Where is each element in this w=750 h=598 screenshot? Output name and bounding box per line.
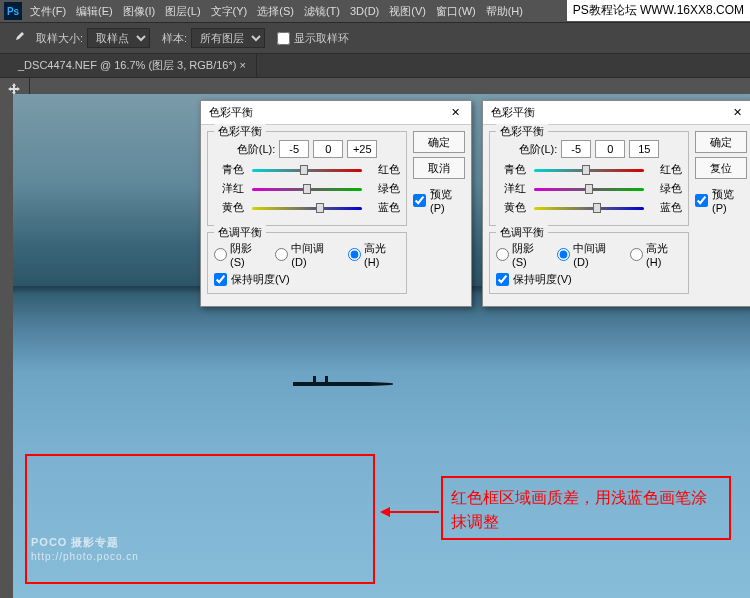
level-2-input[interactable] bbox=[595, 140, 625, 158]
menu-type[interactable]: 文字(Y) bbox=[211, 4, 248, 19]
magenta-green-slider[interactable] bbox=[534, 182, 644, 196]
midtones-radio[interactable]: 中间调(D) bbox=[557, 241, 620, 268]
annotation-text-box: 红色框区域画质差，用浅蓝色画笔涂抹调整 bbox=[441, 476, 731, 540]
watermark: PS教程论坛 WWW.16XX8.COM bbox=[567, 0, 750, 21]
cancel-button[interactable]: 取消 bbox=[413, 157, 465, 179]
magenta-label: 洋红 bbox=[214, 181, 244, 196]
levels-label: 色阶(L): bbox=[519, 142, 558, 157]
eyedropper-icon[interactable] bbox=[8, 28, 28, 48]
show-ring-checkbox[interactable] bbox=[277, 32, 290, 45]
document-tab-bar: _DSC4474.NEF @ 16.7% (图层 3, RGB/16*) × bbox=[0, 54, 750, 78]
group-title: 色调平衡 bbox=[496, 225, 548, 240]
dialog-title: 色彩平衡 bbox=[491, 105, 535, 120]
group-title: 色彩平衡 bbox=[496, 124, 548, 139]
ok-button[interactable]: 确定 bbox=[413, 131, 465, 153]
dialog-titlebar[interactable]: 色彩平衡 ✕ bbox=[483, 101, 750, 125]
green-label: 绿色 bbox=[370, 181, 400, 196]
yellow-label: 黄色 bbox=[496, 200, 526, 215]
color-balance-group: 色彩平衡 色阶(L): 青色红色 洋红绿色 黄色蓝色 bbox=[489, 131, 689, 226]
close-icon[interactable]: ✕ bbox=[729, 105, 745, 121]
yellow-blue-slider[interactable] bbox=[534, 201, 644, 215]
sample-size-select[interactable]: 取样点 bbox=[87, 28, 150, 48]
menu-edit[interactable]: 编辑(E) bbox=[76, 4, 113, 19]
color-balance-group: 色彩平衡 色阶(L): 青色红色 洋红绿色 黄色蓝色 bbox=[207, 131, 407, 226]
yellow-blue-slider[interactable] bbox=[252, 201, 362, 215]
preserve-luminosity-label: 保持明度(V) bbox=[231, 272, 290, 287]
blue-label: 蓝色 bbox=[652, 200, 682, 215]
color-balance-dialog-1: 色彩平衡 ✕ 色彩平衡 色阶(L): 青色红色 洋红绿色 黄色蓝色 色调平衡 阴… bbox=[200, 100, 472, 307]
preview-checkbox[interactable] bbox=[695, 194, 708, 207]
sample-select[interactable]: 所有图层 bbox=[191, 28, 265, 48]
color-balance-dialog-2: 色彩平衡 ✕ 色彩平衡 色阶(L): 青色红色 洋红绿色 黄色蓝色 色调平衡 阴… bbox=[482, 100, 750, 307]
cyan-red-slider[interactable] bbox=[252, 163, 362, 177]
tone-balance-group: 色调平衡 阴影(S) 中间调(D) 高光(H) 保持明度(V) bbox=[207, 232, 407, 294]
red-label: 红色 bbox=[652, 162, 682, 177]
group-title: 色彩平衡 bbox=[214, 124, 266, 139]
menu-window[interactable]: 窗口(W) bbox=[436, 4, 476, 19]
level-1-input[interactable] bbox=[279, 140, 309, 158]
menu-select[interactable]: 选择(S) bbox=[257, 4, 294, 19]
preserve-luminosity-label: 保持明度(V) bbox=[513, 272, 572, 287]
magenta-green-slider[interactable] bbox=[252, 182, 362, 196]
cyan-label: 青色 bbox=[496, 162, 526, 177]
document-tab[interactable]: _DSC4474.NEF @ 16.7% (图层 3, RGB/16*) × bbox=[8, 54, 257, 77]
options-bar: 取样大小: 取样点 样本: 所有图层 显示取样环 bbox=[0, 22, 750, 54]
preserve-luminosity-checkbox[interactable] bbox=[214, 273, 227, 286]
red-label: 红色 bbox=[370, 162, 400, 177]
menu-3d[interactable]: 3D(D) bbox=[350, 5, 379, 17]
group-title: 色调平衡 bbox=[214, 225, 266, 240]
green-label: 绿色 bbox=[652, 181, 682, 196]
annotation-box-area bbox=[25, 454, 375, 584]
boat bbox=[293, 376, 393, 386]
level-3-input[interactable] bbox=[347, 140, 377, 158]
menu-help[interactable]: 帮助(H) bbox=[486, 4, 523, 19]
preview-label: 预览(P) bbox=[712, 187, 747, 214]
sample-label: 样本: bbox=[162, 31, 187, 46]
ps-logo: Ps bbox=[4, 2, 22, 20]
menu-image[interactable]: 图像(I) bbox=[123, 4, 155, 19]
close-icon[interactable]: ✕ bbox=[447, 105, 463, 121]
levels-label: 色阶(L): bbox=[237, 142, 276, 157]
reset-button[interactable]: 复位 bbox=[695, 157, 747, 179]
level-3-input[interactable] bbox=[629, 140, 659, 158]
menu-view[interactable]: 视图(V) bbox=[389, 4, 426, 19]
tone-balance-group: 色调平衡 阴影(S) 中间调(D) 高光(H) 保持明度(V) bbox=[489, 232, 689, 294]
midtones-radio[interactable]: 中间调(D) bbox=[275, 241, 338, 268]
menu-file[interactable]: 文件(F) bbox=[30, 4, 66, 19]
dialog-titlebar[interactable]: 色彩平衡 ✕ bbox=[201, 101, 471, 125]
annotation-arrow bbox=[383, 511, 439, 513]
preview-label: 预览(P) bbox=[430, 187, 465, 214]
show-ring-label: 显示取样环 bbox=[294, 31, 349, 46]
blue-label: 蓝色 bbox=[370, 200, 400, 215]
level-2-input[interactable] bbox=[313, 140, 343, 158]
shadows-radio[interactable]: 阴影(S) bbox=[214, 241, 265, 268]
menu-filter[interactable]: 滤镜(T) bbox=[304, 4, 340, 19]
preserve-luminosity-checkbox[interactable] bbox=[496, 273, 509, 286]
magenta-label: 洋红 bbox=[496, 181, 526, 196]
ok-button[interactable]: 确定 bbox=[695, 131, 747, 153]
level-1-input[interactable] bbox=[561, 140, 591, 158]
yellow-label: 黄色 bbox=[214, 200, 244, 215]
cyan-red-slider[interactable] bbox=[534, 163, 644, 177]
menu-layer[interactable]: 图层(L) bbox=[165, 4, 200, 19]
shadows-radio[interactable]: 阴影(S) bbox=[496, 241, 547, 268]
sample-size-label: 取样大小: bbox=[36, 31, 83, 46]
cyan-label: 青色 bbox=[214, 162, 244, 177]
highlights-radio[interactable]: 高光(H) bbox=[630, 241, 682, 268]
highlights-radio[interactable]: 高光(H) bbox=[348, 241, 400, 268]
dialog-title: 色彩平衡 bbox=[209, 105, 253, 120]
preview-checkbox[interactable] bbox=[413, 194, 426, 207]
